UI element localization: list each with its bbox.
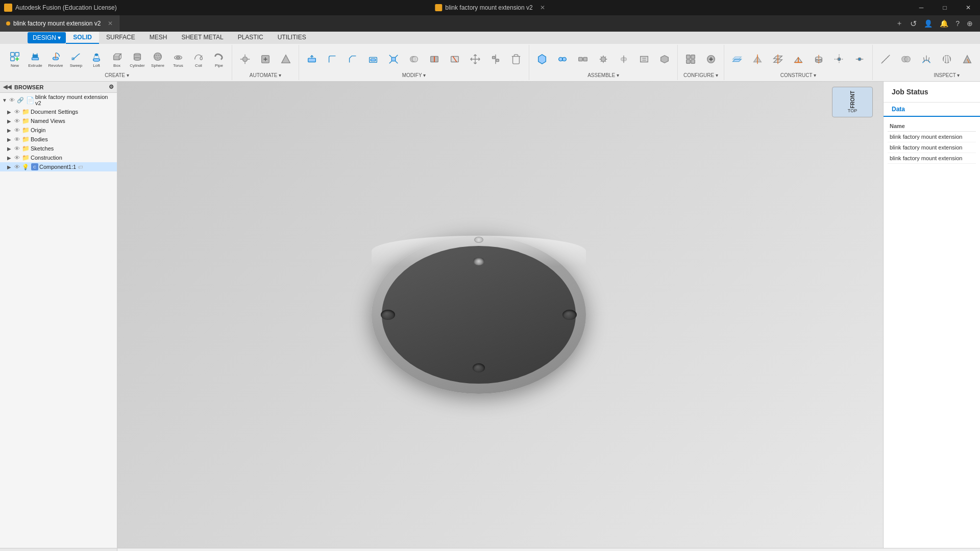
tool-coil[interactable]: Coil <box>189 47 208 71</box>
browser-item-construction[interactable]: ▶ 👁 📁 Construction <box>0 153 117 162</box>
ribbon-tab-surface[interactable]: SURFACE <box>99 32 142 44</box>
eye-icon[interactable]: 👁 <box>14 145 20 152</box>
tab-document[interactable]: blink factory mount extension v2 ✕ <box>0 15 119 32</box>
browser-item-doc-settings[interactable]: ▶ 👁 📁 Document Settings <box>0 107 117 116</box>
eye-icon[interactable]: 👁 <box>14 127 20 133</box>
tool-midpoint[interactable] <box>850 47 869 71</box>
tool-combine[interactable] <box>404 47 424 71</box>
tool-sphere[interactable]: Sphere <box>148 47 167 71</box>
tool-zebra[interactable] <box>937 47 957 71</box>
ribbon-tab-sheet-metal[interactable]: SHEET METAL <box>174 32 230 44</box>
browser-collapse-icon[interactable]: ◀◀ <box>3 84 11 90</box>
tool-draft-analysis[interactable] <box>958 47 977 71</box>
tool-move[interactable] <box>465 47 485 71</box>
group-label-inspect[interactable]: INSPECT ▾ <box>934 72 960 78</box>
tool-align[interactable] <box>486 47 505 71</box>
tool-chamfer[interactable] <box>343 47 362 71</box>
tool-fillet[interactable] <box>323 47 342 71</box>
tab-account-icon[interactable]: 👤 <box>921 18 936 29</box>
tool-configure1[interactable] <box>681 47 700 71</box>
group-label-configure[interactable]: CONFIGURE ▾ <box>683 72 718 78</box>
tool-loft[interactable]: Loft <box>87 47 106 71</box>
tool-pipe[interactable]: Pipe <box>209 47 229 71</box>
close-button[interactable]: ✕ <box>957 0 980 15</box>
minimize-button[interactable]: ─ <box>910 0 933 15</box>
eye-icon[interactable]: 👁 <box>14 164 20 170</box>
ribbon-tab-plastic[interactable]: PLASTIC <box>231 32 271 44</box>
browser-item-root[interactable]: ▼ 👁 🔗 📄 blink factory mount extension v2 <box>0 93 117 107</box>
browser-settings-icon[interactable]: ⚙ <box>109 84 114 90</box>
tool-interference[interactable] <box>896 47 916 71</box>
tool-sweep[interactable]: Sweep <box>66 47 86 71</box>
tab-refresh-button[interactable]: ↺ <box>907 18 920 30</box>
tool-new-component[interactable] <box>532 47 552 71</box>
tool-curvature-comb[interactable] <box>917 47 936 71</box>
group-label-assemble[interactable]: ASSEMBLE ▾ <box>587 72 619 78</box>
tool-configure2[interactable] <box>701 47 721 71</box>
browser-item-component[interactable]: ▶ 👁 💡 C Component1:1 🏷 <box>0 162 117 171</box>
tool-rigid-group[interactable] <box>573 47 593 71</box>
tool-offset-plane[interactable] <box>727 47 747 71</box>
tool-measure[interactable] <box>876 47 895 71</box>
group-label-create[interactable]: CREATE ▾ <box>105 72 129 78</box>
tool-point-vertex[interactable] <box>829 47 849 71</box>
ribbon-tab-utilities[interactable]: UTILITIES <box>271 32 313 44</box>
browser-item-origin[interactable]: ▶ 👁 📁 Origin <box>0 126 117 135</box>
tool-automate2[interactable] <box>256 47 275 71</box>
group-label-construct[interactable]: CONSTRUCT ▾ <box>780 72 816 78</box>
browser-item-bodies[interactable]: ▶ 👁 📁 Bodies <box>0 135 117 144</box>
viewcube[interactable]: FRONT TOP <box>832 87 878 133</box>
tab-bell-icon[interactable]: 🔔 <box>937 18 951 29</box>
tool-motion-link[interactable] <box>614 47 633 71</box>
group-label-automate[interactable]: AUTOMATE ▾ <box>250 72 281 78</box>
eye-icon[interactable]: 👁 <box>9 97 15 103</box>
tool-press-pull[interactable] <box>302 47 322 71</box>
tool-torus[interactable]: Torus <box>168 47 188 71</box>
design-mode-button[interactable]: DESIGN ▾ <box>28 32 66 43</box>
job-row-2[interactable]: blink factory mount extension <box>888 153 976 164</box>
tab-add-button[interactable]: ＋ <box>893 18 906 29</box>
tool-box[interactable]: Box <box>107 47 127 71</box>
tab-extensions-icon[interactable]: ⊕ <box>964 18 976 29</box>
tool-new-component[interactable]: New <box>5 47 24 71</box>
tab-close-button[interactable]: ✕ <box>108 20 113 27</box>
tool-shell[interactable] <box>363 47 383 71</box>
tool-midplane[interactable] <box>768 47 788 71</box>
tool-enable-contact[interactable] <box>634 47 654 71</box>
ribbon-tab-solid[interactable]: SOLID <box>66 32 99 44</box>
job-row-1[interactable]: blink factory mount extension <box>888 142 976 153</box>
tool-cylinder[interactable]: Cylinder <box>128 47 147 71</box>
tool-isocurve[interactable] <box>978 47 980 71</box>
tool-plane-two-edges[interactable] <box>789 47 808 71</box>
tag-icon[interactable]: 🏷 <box>78 164 83 170</box>
eye-icon[interactable]: 👁 <box>14 109 20 115</box>
eye-icon[interactable]: 👁 <box>14 118 20 124</box>
job-tab-data[interactable]: Data <box>884 103 913 117</box>
tool-plane-at-angle[interactable] <box>748 47 767 71</box>
tool-split-face[interactable] <box>445 47 464 71</box>
tool-automate3[interactable] <box>276 47 296 71</box>
tool-scale[interactable] <box>384 47 403 71</box>
eye-icon[interactable]: 👁 <box>14 136 20 142</box>
eye-icon[interactable]: 👁 <box>14 155 20 161</box>
browser-header: ◀◀ BROWSER ⚙ <box>0 82 117 93</box>
tool-motion-study[interactable] <box>655 47 674 71</box>
browser-item-named-views[interactable]: ▶ 👁 📁 Named Views <box>0 116 117 126</box>
tool-delete[interactable] <box>506 47 526 71</box>
tool-automate1[interactable] <box>235 47 255 71</box>
browser-item-sketches[interactable]: ▶ 👁 📁 Sketches <box>0 144 117 153</box>
tab-help-icon[interactable]: ? <box>952 18 963 29</box>
tool-joint[interactable] <box>553 47 572 71</box>
tool-drive-joints[interactable] <box>594 47 613 71</box>
viewport[interactable]: FRONT TOP <box>117 82 883 548</box>
group-label-modify[interactable]: MODIFY ▾ <box>402 72 426 78</box>
viewcube-box[interactable]: FRONT TOP <box>832 87 873 117</box>
tool-revolve[interactable]: Revolve <box>46 47 65 71</box>
tool-extrude[interactable]: Extrude <box>26 47 45 71</box>
tool-split-body[interactable] <box>425 47 444 71</box>
ribbon-tab-mesh[interactable]: MESH <box>142 32 175 44</box>
tool-axis-cylinder[interactable] <box>809 47 828 71</box>
maximize-button[interactable]: □ <box>933 0 957 15</box>
close-doc-icon[interactable]: ✕ <box>540 4 545 11</box>
job-row-0[interactable]: blink factory mount extension <box>888 132 976 142</box>
